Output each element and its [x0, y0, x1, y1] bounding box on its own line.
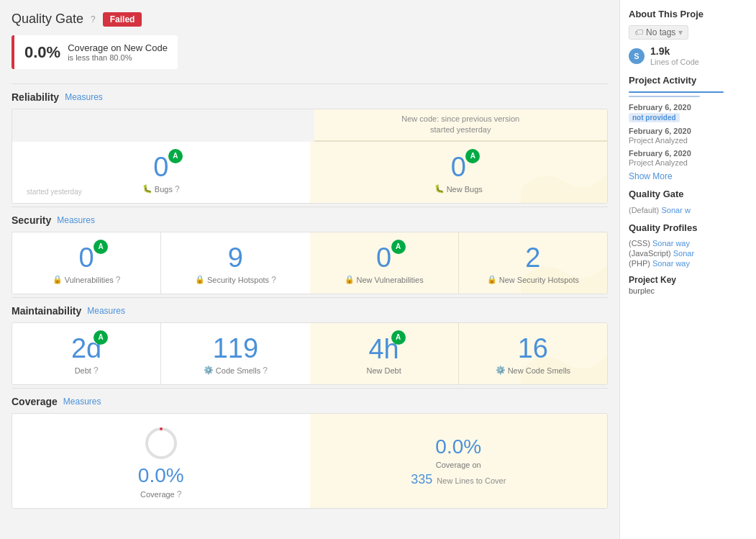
maintainability-metrics-body: A 2d Debt ? 119 Code Smells — [12, 323, 607, 384]
new-debt-label: New Debt — [366, 366, 401, 375]
reliability-measures-link[interactable]: Measures — [65, 92, 103, 102]
new-bugs-label: New Bugs — [434, 184, 483, 194]
new-hotspots-value: 2 — [525, 244, 540, 271]
debt-grade-badge: A — [94, 330, 108, 345]
about-title: About This Proje — [629, 9, 747, 19]
new-bugs-grade-badge: A — [465, 149, 480, 163]
qp-php-name[interactable]: Sonar way — [652, 259, 690, 268]
lock-icon-2 — [195, 275, 205, 284]
bugs-metric[interactable]: A 0 Bugs ? started yesterday — [12, 142, 310, 203]
loc-row: S 1.9k Lines of Code — [629, 45, 747, 66]
tag-icon: 🏷 — [634, 27, 643, 37]
hotspots-metric[interactable]: 9 Security Hotspots ? — [160, 232, 309, 294]
coverage-label: Coverage ? — [140, 489, 181, 499]
hotspots-help-icon[interactable]: ? — [271, 275, 276, 285]
new-hotspots-metric[interactable]: 2 New Security Hotspots — [458, 232, 607, 294]
quality-profiles-section: Quality Profiles (CSS) Sonar way (JavaSc… — [629, 222, 747, 268]
qg-val[interactable]: Sonar w — [662, 206, 691, 214]
coverage-circle — [143, 425, 179, 461]
vulnerabilities-metric[interactable]: A 0 Vulnerabilities ? — [12, 232, 160, 294]
maintainability-left: A 2d Debt ? 119 Code Smells — [12, 323, 310, 384]
coverage-metrics: 0.0% Coverage ? 0.0% Coverage on — [12, 413, 608, 509]
maintainability-measures-link[interactable]: Measures — [87, 306, 125, 316]
new-lines-label: New Lines to Cover — [437, 476, 506, 485]
debt-metric[interactable]: A 2d Debt ? — [12, 323, 160, 384]
vuln-help-icon[interactable]: ? — [116, 275, 121, 285]
security-title: Security — [12, 214, 51, 226]
show-more-link[interactable]: Show More — [629, 171, 673, 181]
new-vuln-metric[interactable]: A 0 New Vulnerabilities — [310, 232, 458, 294]
security-left: A 0 Vulnerabilities ? 9 — [12, 232, 310, 294]
new-coverage-value: 0.0% — [435, 437, 481, 457]
qg-percent: 0.0% — [24, 43, 60, 62]
pk-val: burplec — [629, 286, 747, 295]
qp-css: (CSS) Sonar way — [629, 239, 747, 248]
qg-section: Quality Gate (Default) Sonar w — [629, 189, 747, 215]
activity-entry-2: February 6, 2020 Project Analyzed — [629, 127, 747, 145]
vuln-label: Vulnerabilities ? — [53, 275, 121, 285]
loc-value: 1.9k — [650, 45, 699, 57]
reliability-metrics: New code: since previous version started… — [12, 109, 608, 204]
no-tags-badge[interactable]: 🏷 No tags ▾ — [629, 25, 688, 40]
security-section: Security Measures A 0 Vulnerabilities ? — [12, 207, 608, 294]
lock-icon-1 — [53, 275, 63, 284]
coverage-metrics-body: 0.0% Coverage ? 0.0% Coverage on — [12, 414, 607, 508]
qg-description: Coverage on New Code is less than 80.0% — [68, 42, 168, 62]
new-bugs-metric[interactable]: A 0 New Bugs — [310, 142, 608, 203]
new-vuln-value: 0 — [376, 244, 391, 271]
loc-label: Lines of Code — [650, 58, 699, 66]
reliability-header: Reliability Measures — [12, 83, 608, 109]
security-measures-link[interactable]: Measures — [57, 215, 95, 225]
qg-default-label: (Default) — [629, 206, 659, 214]
debt-help-icon[interactable]: ? — [94, 366, 99, 376]
smells-help-icon[interactable]: ? — [263, 366, 268, 376]
coverage-left: 0.0% Coverage ? — [12, 414, 310, 508]
qp-title: Quality Profiles — [629, 222, 747, 233]
coverage-header: Coverage Measures — [12, 388, 608, 413]
security-metrics: A 0 Vulnerabilities ? 9 — [12, 232, 608, 294]
reliability-right: A 0 New Bugs — [310, 142, 608, 203]
help-icon[interactable]: ? — [91, 14, 96, 24]
pk-title: Project Key — [629, 275, 747, 285]
qp-js-name[interactable]: Sonar — [673, 249, 694, 258]
activity-title: Project Activity — [629, 75, 747, 86]
lock-icon-4 — [487, 275, 497, 284]
reliability-title: Reliability — [12, 91, 59, 103]
new-debt-grade-badge: A — [391, 330, 406, 345]
activity-entry-3: February 6, 2020 Project Analyzed — [629, 149, 747, 167]
new-smells-metric[interactable]: 16 New Code Smells — [458, 323, 607, 384]
qp-css-name[interactable]: Sonar way — [652, 239, 690, 248]
coverage-metric[interactable]: 0.0% Coverage ? — [12, 414, 310, 508]
vuln-value: 0 — [79, 244, 94, 271]
coverage-title: Coverage — [12, 396, 58, 407]
new-debt-metric[interactable]: A 4h New Debt — [310, 323, 458, 384]
security-right: A 0 New Vulnerabilities 2 New Secur — [310, 232, 608, 294]
new-vuln-grade-badge: A — [391, 240, 406, 254]
maintainability-header: Maintainability Measures — [12, 297, 608, 322]
bugs-value: 0 — [153, 153, 168, 181]
new-coverage-label: Coverage on — [436, 461, 481, 469]
vuln-grade-badge: A — [94, 240, 108, 254]
code-smells-metric[interactable]: 119 Code Smells ? — [160, 323, 309, 384]
new-bug-icon — [434, 184, 445, 194]
bugs-help-icon[interactable]: ? — [175, 184, 180, 194]
security-header: Security Measures — [12, 207, 608, 232]
sidebar-quality-gate-title: Quality Gate — [629, 189, 747, 199]
new-smells-value: 16 — [518, 335, 548, 362]
quality-gate-title: Quality Gate — [12, 12, 83, 27]
coverage-section: Coverage Measures 0.0% — [12, 388, 608, 509]
qg-condition-box: 0.0% Coverage on New Code is less than 8… — [12, 35, 178, 69]
hotspots-value: 9 — [228, 244, 243, 271]
bugs-label: Bugs ? — [142, 184, 180, 194]
new-bugs-value: 0 — [451, 153, 466, 181]
chevron-down-icon: ▾ — [678, 27, 683, 37]
coverage-help-icon[interactable]: ? — [177, 489, 182, 499]
new-code-header: New code: since previous version started… — [314, 109, 608, 141]
coverage-measures-link[interactable]: Measures — [63, 397, 101, 407]
new-coverage-metric[interactable]: 0.0% Coverage on 335 New Lines to Cover — [310, 414, 608, 508]
new-vuln-label: New Vulnerabilities — [345, 275, 424, 284]
new-lines-value: 335 — [411, 472, 432, 486]
smell-icon — [204, 366, 214, 375]
new-smells-label: New Code Smells — [496, 366, 570, 375]
project-key-section: Project Key burplec — [629, 275, 747, 295]
